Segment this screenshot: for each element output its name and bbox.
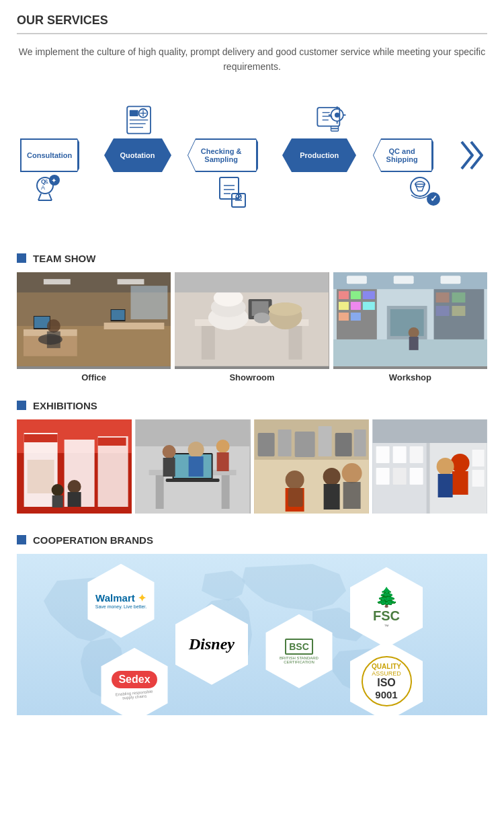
svg-rect-144: [392, 468, 406, 485]
svg-rect-77: [351, 291, 361, 299]
svg-rect-59: [289, 326, 302, 360]
svg-point-116: [216, 440, 230, 453]
sedex-hex: Sedex Enabling responsiblesupply chains: [97, 648, 171, 715]
svg-rect-52: [112, 310, 125, 320]
svg-rect-71: [347, 276, 367, 284]
svg-rect-53: [131, 286, 168, 319]
svg-point-118: [163, 445, 176, 458]
step-checking: Checking &Sampling: [187, 138, 266, 172]
sedex-name: Sedex: [118, 674, 150, 686]
svg-rect-44: [118, 279, 144, 284]
team-marker: [17, 253, 26, 263]
svg-rect-89: [435, 306, 449, 316]
workshop-photo-box: [333, 272, 487, 369]
checking-label: Checking &Sampling: [201, 147, 242, 163]
svg-rect-131: [288, 488, 302, 507]
svg-rect-83: [351, 313, 361, 321]
iso-assured: ASSURED: [372, 670, 401, 677]
svg-rect-73: [440, 276, 460, 284]
step-quotation: Quotation: [104, 138, 171, 172]
bsc-sub: BRITISH STANDARD CERTIFICATION: [270, 656, 328, 664]
svg-rect-68: [175, 272, 329, 292]
consultation-bottom-icon: Q & A ✦: [25, 172, 65, 212]
svg-line-27: [49, 194, 52, 200]
office-label: Office: [81, 372, 106, 382]
svg-point-148: [436, 458, 454, 475]
services-title: OUR SERVICES: [17, 13, 487, 34]
svg-rect-147: [452, 471, 468, 495]
svg-rect-115: [189, 456, 204, 477]
svg-point-114: [188, 442, 204, 458]
svg-rect-50: [104, 323, 165, 329]
svg-point-129: [285, 471, 304, 489]
office-photo-box: [17, 272, 171, 369]
world-map: Walmart ✦ Save money. Live better. Disne…: [17, 554, 487, 715]
svg-rect-127: [335, 433, 351, 456]
svg-rect-124: [278, 430, 291, 456]
showroom-photo-box: [175, 272, 329, 369]
workshop-label: Workshop: [389, 372, 431, 382]
fsc-tm: ™: [384, 624, 389, 628]
exhibitions-section: EXHIBITIONS: [0, 397, 504, 528]
svg-rect-81: [363, 302, 375, 310]
svg-rect-80: [351, 302, 361, 310]
svg-rect-58: [202, 326, 215, 360]
svg-rect-125: [294, 432, 314, 457]
team-photo-showroom: Showroom: [175, 272, 329, 382]
exhibitions-label: EXHIBITIONS: [33, 400, 97, 411]
svg-rect-141: [392, 446, 406, 463]
svg-line-26: [38, 194, 41, 200]
walmart-sub: Save money. Live better.: [95, 604, 147, 609]
svg-rect-133: [323, 484, 339, 510]
svg-rect-87: [435, 292, 449, 302]
exhibitions-header: EXHIBITIONS: [17, 400, 487, 411]
chevron-right: [460, 138, 484, 172]
svg-rect-123: [257, 433, 274, 456]
svg-rect-100: [24, 434, 58, 442]
checking-bottom-icon: [212, 172, 252, 212]
svg-rect-92: [409, 337, 418, 350]
svg-rect-109: [156, 475, 164, 509]
brands-header: COOPERATION BRANDS: [17, 534, 487, 546]
exhibit-photo-3: [254, 419, 369, 514]
svg-rect-79: [339, 302, 349, 310]
bsc-hex: BSC BRITISH STANDARD CERTIFICATION: [262, 614, 336, 688]
walmart-name: Walmart ✦: [95, 592, 146, 604]
svg-rect-88: [452, 292, 465, 302]
services-section: OUR SERVICES We implement the culture of…: [0, 0, 504, 233]
team-photo-office: Office: [17, 272, 171, 382]
svg-rect-135: [343, 482, 360, 509]
sedex-sub: Enabling responsiblesupply chains: [116, 689, 154, 700]
svg-rect-145: [409, 468, 423, 485]
svg-rect-107: [136, 419, 250, 446]
quotation-label: Quotation: [120, 151, 155, 159]
svg-text:A: A: [41, 184, 45, 191]
walmart-hex: Walmart ✦ Save money. Live better.: [84, 564, 158, 638]
svg-point-104: [52, 484, 64, 496]
svg-rect-103: [68, 492, 81, 507]
svg-rect-99: [28, 460, 54, 493]
sedex-badge: Sedex: [112, 671, 157, 688]
consultation-label: Consultation: [27, 151, 72, 159]
svg-rect-119: [163, 458, 175, 477]
team-section: TEAM SHOW: [0, 246, 504, 397]
brands-label: COOPERATION BRANDS: [33, 534, 153, 546]
bsc-name: BSC: [289, 641, 309, 652]
svg-rect-43: [44, 279, 71, 284]
exhibitions-photo-grid: [17, 419, 487, 514]
svg-rect-113: [166, 479, 220, 482]
iso-quality: QUALITY: [372, 663, 401, 670]
brands-section: COOPERATION BRANDS: [0, 528, 504, 729]
brands-marker: [17, 535, 26, 544]
showroom-label: Showroom: [229, 372, 274, 382]
exhibit-photo-1: [17, 419, 132, 514]
svg-text:✓: ✓: [430, 194, 437, 204]
exhibit-photo-2: [135, 419, 250, 514]
iso-hex: QUALITY ASSURED ISO 9001: [346, 641, 427, 715]
svg-rect-98: [98, 436, 128, 507]
iso-9001: 9001: [375, 689, 397, 700]
svg-point-132: [323, 468, 340, 485]
steps-row: Consultation Quotation: [17, 138, 487, 172]
qcshipping-label: QC andShipping: [386, 147, 418, 163]
production-top-icon: [312, 101, 349, 138]
